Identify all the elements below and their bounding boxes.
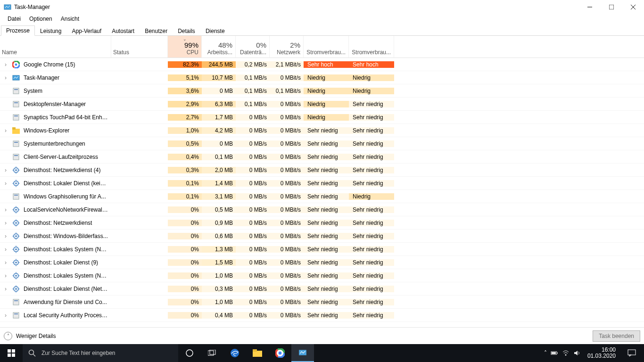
expand-toggle[interactable]: › bbox=[0, 127, 11, 134]
memory-value: 1,5 MB bbox=[202, 259, 236, 266]
table-row[interactable]: Synaptics TouchPad 64-bit Enha...2,7%1,7… bbox=[0, 111, 644, 124]
table-row[interactable]: ›Diensthost: Netzwerkdienst (4)0,3%2,0 M… bbox=[0, 164, 644, 177]
col-header-cpu[interactable]: ⌄ 99%CPU bbox=[168, 36, 202, 58]
tray-volume-icon[interactable] bbox=[573, 349, 581, 357]
taskbar-taskview-icon[interactable] bbox=[201, 344, 223, 362]
tray-chevron-icon[interactable]: ˄ bbox=[544, 350, 547, 356]
expand-toggle[interactable]: › bbox=[0, 272, 11, 279]
fewer-details-button[interactable]: ˄ Weniger Details bbox=[4, 332, 56, 340]
process-name: Client-Server-Laufzeitprozess bbox=[21, 154, 111, 160]
process-icon bbox=[11, 219, 21, 227]
taskbar-search[interactable]: Zur Suche Text hier eingeben bbox=[23, 344, 178, 362]
memory-value: 10,7 MB bbox=[202, 74, 236, 81]
svg-point-68 bbox=[15, 275, 17, 277]
taskbar-edge-icon[interactable] bbox=[223, 344, 246, 362]
table-row[interactable]: ›Diensthost: Lokales System (Net...0%1,3… bbox=[0, 243, 644, 256]
power-trend-value: Sehr niedrig bbox=[349, 259, 394, 266]
expand-toggle[interactable]: › bbox=[0, 259, 11, 266]
table-row[interactable]: Anwendung für Dienste und Co...0%1,0 MB0… bbox=[0, 296, 644, 309]
table-row[interactable]: ›Diensthost: Lokaler Dienst (kein ...0,1… bbox=[0, 177, 644, 190]
disk-value: 0 MB/s bbox=[236, 180, 270, 187]
minimize-button[interactable] bbox=[579, 0, 601, 14]
expand-toggle[interactable]: › bbox=[0, 233, 11, 239]
tray-wifi-icon[interactable] bbox=[562, 349, 570, 357]
table-row[interactable]: ›Diensthost: Lokales System (Net...0%1,0… bbox=[0, 269, 644, 282]
col-header-status[interactable]: Status bbox=[111, 36, 168, 58]
search-icon bbox=[28, 349, 36, 357]
action-center-icon[interactable] bbox=[622, 344, 641, 362]
power-value: Sehr niedrig bbox=[304, 259, 349, 266]
expand-toggle[interactable]: › bbox=[0, 246, 11, 253]
power-value: Niedrig bbox=[304, 88, 349, 94]
svg-point-9 bbox=[15, 63, 17, 66]
tray-battery-icon[interactable] bbox=[551, 349, 558, 357]
tab-processes[interactable]: Prozesse bbox=[1, 25, 35, 36]
tab-users[interactable]: Benutzer bbox=[140, 26, 173, 36]
menu-view[interactable]: Ansicht bbox=[57, 15, 83, 23]
process-name: Diensthost: Lokales System (Net... bbox=[21, 272, 111, 279]
expand-toggle[interactable]: › bbox=[0, 286, 11, 292]
expand-toggle[interactable]: › bbox=[0, 180, 11, 187]
table-row[interactable]: ›Diensthost: Netzwerkdienst0%0,9 MB0 MB/… bbox=[0, 216, 644, 230]
taskbar-explorer-icon[interactable] bbox=[246, 344, 269, 362]
expand-toggle[interactable]: › bbox=[0, 206, 11, 213]
svg-rect-14 bbox=[14, 102, 18, 103]
col-header-memory[interactable]: 48%Arbeitss... bbox=[202, 36, 236, 58]
col-header-power-trend[interactable]: Stromverbrau... bbox=[349, 36, 394, 58]
table-row[interactable]: ›Diensthost: Lokaler Dienst (Netz...0%0,… bbox=[0, 282, 644, 296]
cpu-value: 0,5% bbox=[168, 140, 202, 147]
table-row[interactable]: ›Windows-Explorer1,0%4,2 MB0 MB/s0 MBit/… bbox=[0, 124, 644, 137]
maximize-button[interactable] bbox=[601, 0, 622, 14]
system-tray: ˄ 16:00 01.03.2020 bbox=[544, 344, 644, 362]
svg-point-24 bbox=[15, 169, 17, 171]
network-value: 0 MBit/s bbox=[270, 114, 304, 121]
disk-value: 0,1 MB/s bbox=[236, 74, 270, 81]
col-header-disk[interactable]: 0%Datenträ... bbox=[236, 36, 270, 58]
expand-toggle[interactable]: › bbox=[0, 220, 11, 226]
table-row[interactable]: System3,6%0 MB0,1 MB/s0,1 MBit/sNiedrigN… bbox=[0, 84, 644, 98]
col-header-power[interactable]: Stromverbrau... bbox=[304, 36, 349, 58]
tab-startup[interactable]: Autostart bbox=[107, 26, 140, 36]
process-name: Task-Manager bbox=[21, 74, 111, 81]
tab-details[interactable]: Details bbox=[173, 26, 200, 36]
svg-line-88 bbox=[33, 354, 35, 356]
taskbar-cortana-icon[interactable] bbox=[178, 344, 201, 362]
table-row[interactable]: ›Local Security Authority Process...0%0,… bbox=[0, 309, 644, 322]
expand-toggle[interactable]: › bbox=[0, 61, 11, 68]
table-row[interactable]: Windows Graphisolierung für A...0,1%3,1 … bbox=[0, 190, 644, 203]
tab-app-history[interactable]: App-Verlauf bbox=[66, 26, 107, 36]
menu-file[interactable]: Datei bbox=[4, 15, 25, 23]
table-row[interactable]: ›Diensthost: Lokaler Dienst (9)0%1,5 MB0… bbox=[0, 256, 644, 269]
table-row[interactable]: ›Task-Manager5,1%10,7 MB0,1 MB/s0 MBit/s… bbox=[0, 71, 644, 84]
power-trend-value: Sehr niedrig bbox=[349, 299, 394, 305]
end-task-button[interactable]: Task beenden bbox=[593, 330, 640, 342]
expand-toggle[interactable]: › bbox=[0, 74, 11, 81]
col-header-network[interactable]: 2%Netzwerk bbox=[270, 36, 304, 58]
taskbar-taskmanager-icon[interactable] bbox=[291, 344, 314, 362]
table-row[interactable]: ›LocalServiceNoNetworkFirewall ...0%0,5 … bbox=[0, 203, 644, 216]
cpu-value: 3,6% bbox=[168, 88, 202, 94]
tab-performance[interactable]: Leistung bbox=[35, 26, 66, 36]
memory-value: 0,6 MB bbox=[202, 233, 236, 239]
col-header-name[interactable]: Name bbox=[0, 36, 111, 58]
taskbar-clock[interactable]: 16:00 01.03.2020 bbox=[585, 347, 619, 359]
start-button[interactable] bbox=[0, 344, 23, 362]
table-row[interactable]: ›Google Chrome (15)82,3%244,5 MB0,2 MB/s… bbox=[0, 58, 644, 71]
memory-value: 1,4 MB bbox=[202, 180, 236, 187]
taskbar-chrome-icon[interactable] bbox=[269, 344, 291, 362]
table-row[interactable]: Desktopfenster-Manager2,9%6,3 MB0,1 MB/s… bbox=[0, 98, 644, 111]
power-value: Sehr niedrig bbox=[304, 180, 349, 187]
menu-options[interactable]: Optionen bbox=[25, 15, 56, 23]
close-button[interactable] bbox=[622, 0, 644, 14]
table-row[interactable]: Systemunterbrechungen0,5%0 MB0 MB/s0 MBi… bbox=[0, 137, 644, 150]
table-row[interactable]: Client-Server-Laufzeitprozess0,4%0,1 MB0… bbox=[0, 150, 644, 164]
table-row[interactable]: ›Diensthost: Windows-Bilderfass...0%0,6 … bbox=[0, 230, 644, 243]
disk-value: 0 MB/s bbox=[236, 154, 270, 160]
process-icon bbox=[11, 285, 21, 293]
table-body[interactable]: ›Google Chrome (15)82,3%244,5 MB0,2 MB/s… bbox=[0, 58, 644, 327]
process-name: Diensthost: Netzwerkdienst bbox=[21, 220, 111, 226]
tab-services[interactable]: Dienste bbox=[200, 26, 230, 36]
memory-value: 0,1 MB bbox=[202, 154, 236, 160]
expand-toggle[interactable]: › bbox=[0, 312, 11, 319]
expand-toggle[interactable]: › bbox=[0, 167, 11, 173]
